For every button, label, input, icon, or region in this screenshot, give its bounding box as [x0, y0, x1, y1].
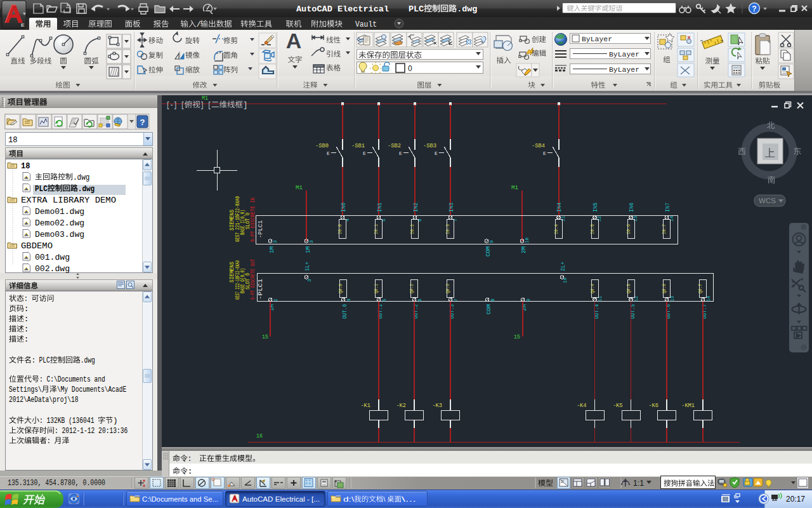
svg-text:: PLC: : PLC — [32, 356, 50, 365]
svg-text:E: E — [543, 150, 546, 156]
svg-text:-K3: -K3 — [432, 402, 442, 409]
svg-text::: : — [24, 295, 32, 304]
svg-text:-SB4: -SB4 — [532, 142, 545, 149]
svg-text:Q0.2: Q0.2 — [409, 284, 414, 293]
svg-text:: 2012-1-12 20:13:36: : 2012-1-12 20:13:36 — [55, 427, 128, 436]
svg-text:PLC: PLC — [409, 4, 424, 14]
svg-text:13: 13 — [632, 216, 638, 222]
svg-text:-SB0: -SB0 — [315, 142, 329, 149]
svg-text:-K2: -K2 — [396, 402, 406, 409]
svg-text:.dwg: .dwg — [73, 173, 89, 182]
svg-text:2M: 2M — [521, 246, 527, 253]
svg-text::: : — [188, 467, 192, 476]
svg-text:001.dwg: 001.dwg — [35, 253, 70, 262]
svg-text:.dwg: .dwg — [457, 4, 477, 14]
svg-text:Q0.6: Q0.6 — [661, 284, 667, 293]
svg-text:\My Documents\AcadE: \My Documents\AcadE — [57, 385, 126, 394]
svg-text:-K4: -K4 — [577, 402, 587, 409]
svg-text:IN6: IN6 — [629, 203, 635, 212]
svg-text:16: 16 — [256, 432, 263, 439]
svg-text:18: 18 — [21, 162, 30, 171]
svg-text:E: E — [399, 150, 402, 156]
svg-text:4: 4 — [344, 218, 350, 222]
svg-text:20:17: 20:17 — [786, 494, 805, 504]
svg-text:Q0.4: Q0.4 — [589, 284, 595, 293]
svg-text:E: E — [327, 150, 330, 156]
svg-text:2012\AeData\proj\18: 2012\AeData\proj\18 — [9, 396, 78, 404]
svg-text:002.dwg: 002.dwg — [35, 265, 70, 274]
svg-text:.dwg: .dwg — [81, 356, 95, 365]
svg-text:A: A — [286, 29, 302, 53]
svg-text:IN5: IN5 — [593, 203, 599, 212]
svg-text:): ) — [113, 417, 117, 425]
svg-text::: : — [24, 335, 29, 344]
svg-text::: : — [24, 325, 29, 334]
svg-text:IN7: IN7 — [665, 203, 671, 212]
svg-text:1M: 1M — [269, 246, 275, 253]
svg-text:10: 10 — [524, 237, 530, 243]
svg-text:18: 18 — [8, 136, 17, 145]
svg-text:E: E — [363, 150, 366, 156]
svg-text:Q0.1: Q0.1 — [373, 284, 379, 293]
svg-text:15: 15 — [262, 333, 268, 340]
svg-text:C:\Documents and Se...: C:\Documents and Se... — [142, 495, 218, 503]
svg-text:10: 10 — [562, 277, 568, 283]
svg-text:14: 14 — [705, 296, 711, 302]
svg-text:ByLayer: ByLayer — [609, 65, 639, 74]
svg-text:I0.6: I0.6 — [625, 224, 631, 234]
svg-text:-PLC1: -PLC1 — [258, 220, 264, 238]
svg-text:I0.2: I0.2 — [409, 224, 415, 234]
svg-text:: C:\Documents and: : C:\Documents and — [39, 375, 105, 384]
svg-text:] [: ] [ — [200, 101, 211, 110]
svg-text:14: 14 — [669, 216, 674, 222]
svg-text:I0.4: I0.4 — [553, 224, 559, 234]
svg-text:Demo01.dwg: Demo01.dwg — [35, 208, 84, 217]
svg-text:Q0.0: Q0.0 — [337, 284, 343, 293]
svg-text:IN4: IN4 — [556, 203, 563, 212]
svg-text:-K6: -K6 — [648, 402, 658, 409]
svg-text:9: 9 — [525, 298, 531, 302]
svg-text:M1: M1 — [511, 184, 518, 191]
svg-text:2L+: 2L+ — [560, 262, 566, 271]
svg-text:M1: M1 — [202, 95, 208, 102]
svg-text:Settings\: Settings\ — [9, 385, 42, 394]
svg-text:E: E — [21, 22, 25, 28]
svg-text:ByLayer: ByLayer — [582, 35, 612, 43]
svg-text:]: ] — [243, 101, 248, 110]
svg-text:4: 4 — [346, 298, 351, 302]
svg-text::: : — [24, 315, 29, 324]
svg-text:ByLayer: ByLayer — [609, 50, 639, 58]
svg-text:11: 11 — [597, 296, 603, 302]
svg-text:I0.1: I0.1 — [373, 224, 379, 234]
svg-text:11: 11 — [560, 216, 566, 222]
svg-text::: : — [47, 437, 55, 446]
svg-text:.dwg: .dwg — [78, 185, 95, 194]
svg-text:Demo03.dwg: Demo03.dwg — [35, 231, 84, 239]
svg-text:1:1: 1:1 — [633, 479, 644, 488]
svg-text:PLC: PLC — [35, 185, 48, 194]
svg-text:12: 12 — [633, 296, 639, 302]
svg-text:8-PT DISCRETE IN: 8-PT DISCRETE IN — [250, 197, 256, 242]
svg-text:7: 7 — [452, 218, 458, 222]
svg-text:-K5: -K5 — [613, 402, 623, 409]
svg-text:Q0.7: Q0.7 — [697, 284, 703, 293]
svg-text:3: 3 — [272, 240, 278, 243]
svg-text:[-] [: [-] [ — [166, 101, 185, 110]
svg-text::: : — [188, 455, 199, 464]
svg-text:135.3130, 454.8780, 0.0000: 135.3130, 454.8780, 0.0000 — [8, 479, 105, 488]
svg-text:7: 7 — [453, 298, 459, 302]
svg-text:?: ? — [140, 117, 145, 127]
svg-text:15: 15 — [514, 333, 520, 340]
svg-text:6: 6 — [417, 218, 422, 222]
svg-text:9: 9 — [488, 240, 494, 243]
svg-text:Q0.5: Q0.5 — [625, 284, 631, 293]
svg-text:M1: M1 — [296, 184, 303, 191]
svg-text:?: ? — [752, 4, 756, 13]
svg-text:\...: \... — [402, 495, 416, 503]
svg-text:-SB1: -SB1 — [351, 142, 365, 149]
svg-text:I0.3: I0.3 — [445, 224, 450, 234]
svg-text:I0.7: I0.7 — [661, 224, 667, 234]
svg-text:-SB3: -SB3 — [423, 142, 436, 149]
svg-text:5: 5 — [381, 298, 387, 302]
svg-text:E: E — [435, 150, 438, 156]
